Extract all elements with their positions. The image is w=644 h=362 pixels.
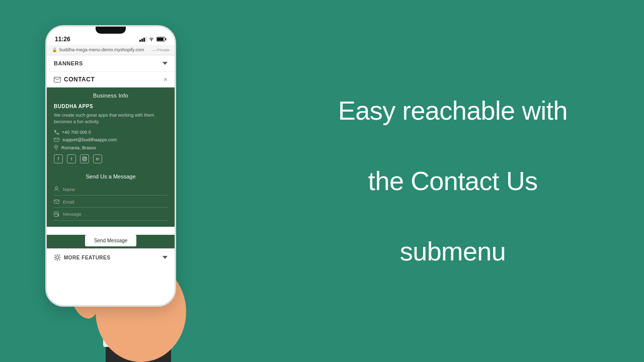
- company-description: We create such great apps that working w…: [54, 112, 168, 125]
- svg-line-36: [59, 259, 60, 260]
- status-icons: [139, 37, 167, 42]
- banners-row[interactable]: BANNERS: [47, 55, 175, 72]
- facebook-icon[interactable]: f: [54, 154, 63, 163]
- private-label: — Private: [152, 48, 170, 52]
- phone-number: +40 700 000 0: [62, 130, 91, 135]
- hero-text: Easy reachable with the Contact Us subme…: [338, 93, 568, 269]
- dark-content-area: Business Info BUDDHA APPS We create such…: [47, 87, 175, 170]
- phone-notch: [91, 27, 131, 36]
- name-placeholder: Name: [63, 187, 168, 192]
- browser-bar: 🔒 buddha-mega-menu-demo.myshopify.com — …: [47, 45, 175, 55]
- svg-rect-13: [139, 40, 141, 42]
- svg-line-37: [59, 255, 60, 256]
- email-placeholder: Email: [63, 200, 168, 205]
- svg-rect-15: [143, 38, 145, 42]
- more-features-label: MORE FEATURES: [64, 255, 110, 260]
- send-button-row: Send Message: [47, 235, 175, 248]
- contact-header-left: CONTACT: [54, 76, 95, 83]
- send-message-title: Send Us a Message: [54, 173, 168, 179]
- contact-header: CONTACT ×: [47, 72, 175, 87]
- address-text: Romania, Brasov: [61, 145, 96, 150]
- more-features-icon: [54, 254, 61, 261]
- svg-rect-16: [145, 37, 146, 42]
- twitter-icon[interactable]: t: [67, 154, 76, 163]
- address-info-row: Romania, Brasov: [54, 145, 168, 150]
- person-icon: [54, 186, 60, 193]
- social-icons-row: f t in: [54, 154, 168, 163]
- send-message-section: Send Us a Message Name: [47, 170, 175, 227]
- email-field[interactable]: Email: [54, 197, 168, 208]
- svg-rect-18: [166, 38, 167, 40]
- phone-content: BANNERS CONTACT × Business Info BUDD: [47, 55, 175, 266]
- browser-url: buddha-mega-menu-demo.myshopify.com: [59, 47, 150, 52]
- more-features-row[interactable]: MORE FEATURES: [47, 248, 175, 266]
- battery-icon: [156, 37, 167, 42]
- message-placeholder: Message: [63, 212, 168, 217]
- location-icon: [54, 145, 58, 150]
- linkedin-icon[interactable]: in: [93, 154, 102, 163]
- phone-mockup: 11:26: [0, 0, 272, 362]
- svg-point-23: [55, 146, 56, 147]
- phone-icon: [54, 130, 59, 135]
- business-info-title: Business Info: [54, 93, 168, 99]
- banners-chevron-icon: [163, 62, 168, 65]
- svg-point-26: [86, 157, 86, 158]
- signal-icon: [139, 37, 146, 42]
- svg-point-30: [56, 256, 59, 259]
- email-info-row: support@buddhaapps.com: [54, 137, 168, 142]
- hero-text-area: Easy reachable with the Contact Us subme…: [272, 73, 644, 290]
- svg-point-25: [84, 158, 86, 160]
- banners-label: BANNERS: [54, 60, 83, 66]
- svg-point-27: [55, 187, 58, 189]
- company-name: BUDDHA APPS: [54, 104, 168, 109]
- more-features-left: MORE FEATURES: [54, 254, 110, 261]
- svg-rect-14: [141, 39, 143, 42]
- wifi-icon: [148, 37, 154, 42]
- hero-line2: the Contact Us: [368, 166, 538, 196]
- svg-line-38: [55, 259, 56, 260]
- svg-rect-19: [157, 38, 164, 41]
- message-field[interactable]: Message: [54, 209, 168, 221]
- phone-info-row: +40 700 000 0: [54, 130, 168, 135]
- name-field[interactable]: Name: [54, 184, 168, 196]
- contact-mail-icon: [54, 77, 61, 82]
- email-address: support@buddhaapps.com: [62, 137, 117, 142]
- more-features-chevron-icon: [163, 256, 168, 259]
- svg-line-35: [55, 255, 56, 256]
- phone-frame: 11:26: [45, 25, 176, 307]
- send-message-button[interactable]: Send Message: [85, 235, 137, 246]
- hero-line3: submenu: [400, 237, 506, 266]
- message-icon: [54, 212, 60, 218]
- email-field-icon: [54, 199, 60, 205]
- lock-icon: 🔒: [52, 47, 57, 52]
- hero-line1: Easy reachable with: [338, 96, 568, 125]
- contact-label: CONTACT: [64, 76, 95, 83]
- status-time: 11:26: [55, 36, 70, 43]
- contact-close-button[interactable]: ×: [164, 76, 168, 83]
- email-icon: [54, 138, 59, 142]
- instagram-icon[interactable]: [80, 154, 89, 163]
